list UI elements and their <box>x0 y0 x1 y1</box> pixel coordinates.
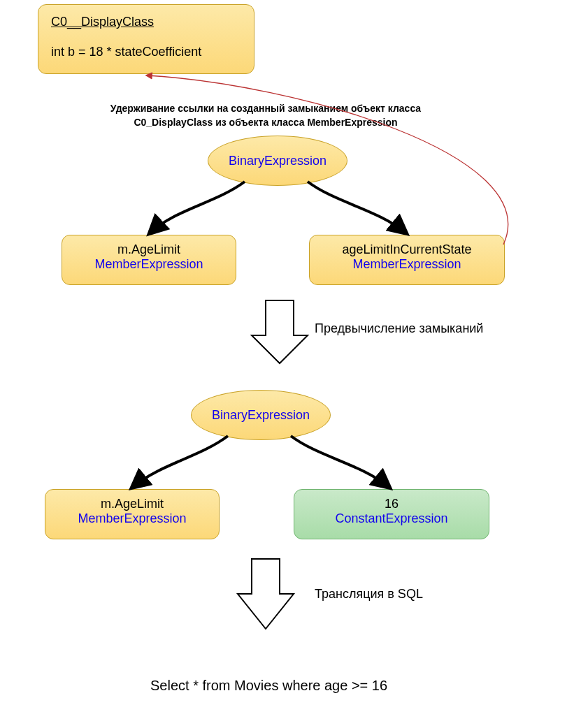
tree1-left-top: m.AgeLimit <box>72 242 226 257</box>
tree1-left-leaf: m.AgeLimit MemberExpression <box>62 235 236 285</box>
display-class-title: C0__DisplayClass <box>51 15 241 29</box>
tree1-root: BinaryExpression <box>208 136 347 186</box>
block-arrow-2 <box>238 559 294 629</box>
tree2-left-leaf: m.AgeLimit MemberExpression <box>45 489 220 539</box>
tree2-left-bottom: MemberExpression <box>55 511 209 526</box>
block-arrow-1 <box>252 300 308 363</box>
tree2-root-label: BinaryExpression <box>212 408 310 423</box>
tree1-right-top: ageLimitInCurrentState <box>320 242 494 257</box>
arrow2-label: Трансляция в SQL <box>315 587 423 602</box>
tree2-right-leaf: 16 ConstantExpression <box>294 489 489 539</box>
tree1-edge-left <box>150 182 245 233</box>
display-class-field: int b = 18 * stateCoefficient <box>51 45 241 59</box>
tree1-right-leaf: ageLimitInCurrentState MemberExpression <box>309 235 505 285</box>
tree2-left-top: m.AgeLimit <box>55 497 209 511</box>
arrow1-label: Предвычисление замыканий <box>315 321 483 336</box>
tree2-edge-right <box>291 436 389 487</box>
caption-line2: C0_DisplayClass из объекта класса Member… <box>70 116 461 130</box>
tree2-root: BinaryExpression <box>191 390 331 440</box>
tree1-right-bottom: MemberExpression <box>320 257 494 272</box>
tree2-edge-left <box>133 436 228 487</box>
tree2-right-bottom: ConstantExpression <box>304 511 479 526</box>
tree1-left-bottom: MemberExpression <box>72 257 226 272</box>
sql-output: Select * from Movies where age >= 16 <box>150 678 387 694</box>
closure-caption: Удерживание ссылки на созданный замыкани… <box>70 102 461 129</box>
tree2-right-top: 16 <box>304 497 479 511</box>
caption-line1: Удерживание ссылки на созданный замыкани… <box>70 102 461 116</box>
tree1-root-label: BinaryExpression <box>229 154 327 168</box>
tree1-edge-right <box>308 182 406 233</box>
display-class-node: C0__DisplayClass int b = 18 * stateCoeff… <box>38 4 254 74</box>
